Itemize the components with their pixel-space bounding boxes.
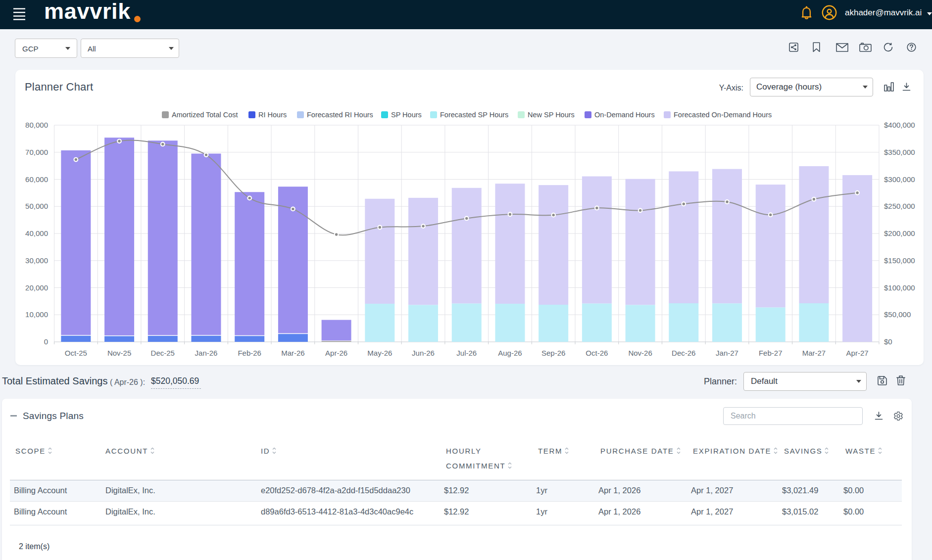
svg-text:Nov-26: Nov-26 <box>628 349 652 357</box>
svg-text:Jan-27: Jan-27 <box>716 349 738 357</box>
svg-text:Aug-26: Aug-26 <box>498 349 522 357</box>
svg-text:Mar-27: Mar-27 <box>802 349 826 357</box>
svg-text:Oct-25: Oct-25 <box>65 349 87 357</box>
svg-text:New SP Hours: New SP Hours <box>528 111 575 119</box>
svg-text:Amortized Total Cost: Amortized Total Cost <box>172 111 238 119</box>
svg-text:60,000: 60,000 <box>25 175 48 184</box>
svg-text:Oct-26: Oct-26 <box>586 349 608 357</box>
svg-text:Apr-27: Apr-27 <box>846 349 869 357</box>
svg-text:Feb-27: Feb-27 <box>759 349 783 357</box>
svg-text:30,000: 30,000 <box>25 256 48 265</box>
svg-text:$0: $0 <box>884 337 892 346</box>
svg-text:Forecasted On-Demand Hours: Forecasted On-Demand Hours <box>674 111 772 119</box>
svg-text:May-26: May-26 <box>367 349 392 357</box>
svg-text:$300,000: $300,000 <box>884 175 915 184</box>
svg-text:20,000: 20,000 <box>25 283 48 292</box>
svg-text:50,000: 50,000 <box>25 202 48 210</box>
svg-text:$350,000: $350,000 <box>884 148 915 156</box>
svg-text:$150,000: $150,000 <box>884 256 915 265</box>
svg-text:$250,000: $250,000 <box>884 202 915 210</box>
svg-text:RI Hours: RI Hours <box>258 111 287 119</box>
svg-text:Dec-25: Dec-25 <box>151 349 175 357</box>
svg-text:$100,000: $100,000 <box>884 283 915 292</box>
svg-text:Jan-26: Jan-26 <box>195 349 218 357</box>
svg-text:0: 0 <box>44 337 48 346</box>
svg-text:80,000: 80,000 <box>25 121 48 129</box>
svg-text:Feb-26: Feb-26 <box>238 349 261 357</box>
svg-text:Jun-26: Jun-26 <box>412 349 435 357</box>
svg-text:Forecasted RI Hours: Forecasted RI Hours <box>307 111 373 119</box>
svg-text:$400,000: $400,000 <box>884 121 915 129</box>
svg-text:SP Hours: SP Hours <box>391 111 422 119</box>
svg-text:Apr-26: Apr-26 <box>325 349 347 357</box>
svg-text:Dec-26: Dec-26 <box>672 349 695 357</box>
svg-text:Mar-26: Mar-26 <box>281 349 305 357</box>
svg-text:On-Demand Hours: On-Demand Hours <box>594 111 655 119</box>
svg-text:Sep-26: Sep-26 <box>541 349 565 357</box>
svg-text:$200,000: $200,000 <box>884 229 915 237</box>
svg-text:$50,000: $50,000 <box>884 310 911 319</box>
svg-text:Jul-26: Jul-26 <box>456 349 477 357</box>
svg-text:40,000: 40,000 <box>25 229 48 237</box>
svg-text:Forecasted SP Hours: Forecasted SP Hours <box>440 111 508 119</box>
svg-text:10,000: 10,000 <box>25 310 48 319</box>
svg-text:70,000: 70,000 <box>25 148 48 156</box>
svg-text:Nov-25: Nov-25 <box>107 349 131 357</box>
